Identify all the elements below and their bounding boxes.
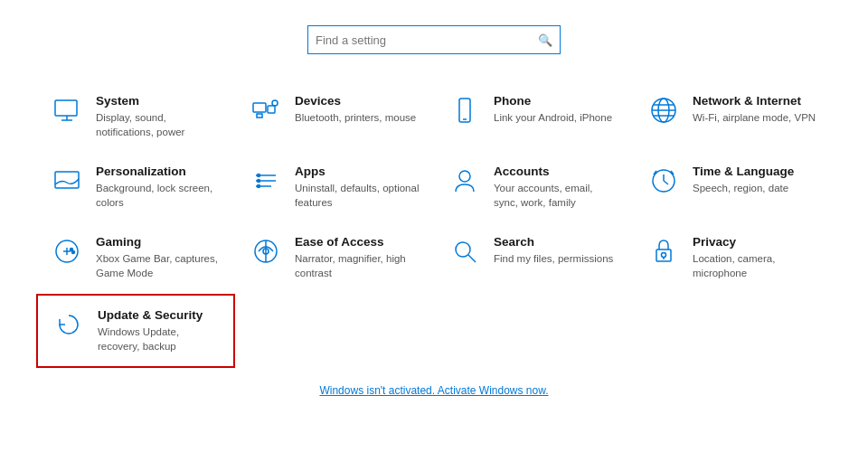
setting-title-ease: Ease of Access xyxy=(295,235,420,249)
setting-item-phone[interactable]: PhoneLink your Android, iPhone xyxy=(434,81,633,152)
svg-point-18 xyxy=(258,174,260,177)
setting-item-time[interactable]: Time & LanguageSpeech, region, date xyxy=(633,152,832,222)
svg-rect-6 xyxy=(257,114,262,118)
system-icon xyxy=(51,94,83,127)
update-icon xyxy=(52,308,85,341)
settings-grid: SystemDisplay, sound, notifications, pow… xyxy=(36,81,832,368)
setting-desc-privacy: Location, camera, microphone xyxy=(693,251,817,280)
time-icon xyxy=(647,165,680,197)
setting-item-devices[interactable]: DevicesBluetooth, printers, mouse xyxy=(235,81,434,152)
setting-desc-network: Wi-Fi, airplane mode, VPN xyxy=(693,110,816,125)
svg-line-36 xyxy=(468,255,476,262)
setting-desc-ease: Narrator, magnifier, high contrast xyxy=(295,251,420,280)
setting-item-search[interactable]: SearchFind my files, permissions xyxy=(434,222,633,293)
setting-title-personalization: Personalization xyxy=(96,165,221,178)
setting-desc-time: Speech, region, date xyxy=(693,181,794,195)
search-input[interactable] xyxy=(316,33,538,47)
search-icon: 🔍 xyxy=(538,33,552,47)
setting-title-system: System xyxy=(96,94,221,108)
apps-icon xyxy=(250,165,282,197)
activate-windows-link[interactable]: Windows isn't activated. Activate Window… xyxy=(319,384,548,397)
setting-item-privacy[interactable]: PrivacyLocation, camera, microphone xyxy=(633,222,832,293)
svg-rect-4 xyxy=(268,106,275,113)
setting-item-system[interactable]: SystemDisplay, sound, notifications, pow… xyxy=(36,81,235,152)
gaming-icon xyxy=(51,235,83,268)
setting-title-accounts: Accounts xyxy=(494,165,618,178)
setting-title-gaming: Gaming xyxy=(96,235,221,249)
setting-title-devices: Devices xyxy=(295,94,416,108)
setting-item-network[interactable]: Network & InternetWi-Fi, airplane mode, … xyxy=(633,81,832,152)
setting-item-update[interactable]: Update & SecurityWindows Update, recover… xyxy=(36,294,235,368)
svg-rect-7 xyxy=(459,99,470,122)
svg-point-38 xyxy=(662,253,666,258)
setting-title-time: Time & Language xyxy=(693,165,794,178)
ease-icon xyxy=(250,235,282,268)
devices-icon xyxy=(250,94,282,127)
setting-desc-apps: Uninstall, defaults, optional features xyxy=(295,181,420,210)
svg-point-31 xyxy=(72,251,75,254)
setting-item-apps[interactable]: AppsUninstall, defaults, optional featur… xyxy=(235,152,434,222)
phone-icon xyxy=(448,94,481,127)
setting-desc-update: Windows Update, recovery, backup xyxy=(98,325,219,353)
setting-title-apps: Apps xyxy=(295,165,420,178)
accounts-icon xyxy=(448,165,481,197)
svg-rect-0 xyxy=(55,100,77,116)
setting-desc-gaming: Xbox Game Bar, captures, Game Mode xyxy=(96,251,221,280)
svg-point-21 xyxy=(459,171,470,182)
privacy-icon xyxy=(647,235,680,268)
setting-item-accounts[interactable]: AccountsYour accounts, email, sync, work… xyxy=(434,152,633,222)
svg-point-35 xyxy=(456,242,470,257)
setting-item-gaming[interactable]: GamingXbox Game Bar, captures, Game Mode xyxy=(36,222,235,293)
network-icon xyxy=(647,94,680,127)
svg-line-24 xyxy=(664,181,668,184)
setting-desc-search: Find my files, permissions xyxy=(494,251,613,266)
svg-point-5 xyxy=(272,100,278,106)
setting-desc-accounts: Your accounts, email, sync, work, family xyxy=(494,181,618,210)
setting-title-network: Network & Internet xyxy=(693,94,816,108)
setting-item-ease[interactable]: Ease of AccessNarrator, magnifier, high … xyxy=(235,222,434,293)
search-bar-container: 🔍 xyxy=(307,25,561,54)
setting-title-search: Search xyxy=(494,235,613,249)
search-bar[interactable]: 🔍 xyxy=(307,25,561,54)
setting-title-phone: Phone xyxy=(494,94,612,108)
svg-rect-37 xyxy=(656,250,671,261)
svg-rect-14 xyxy=(55,172,79,188)
setting-title-update: Update & Security xyxy=(98,308,219,322)
svg-point-19 xyxy=(258,180,260,183)
svg-rect-3 xyxy=(253,103,266,112)
setting-desc-devices: Bluetooth, printers, mouse xyxy=(295,110,416,125)
personalization-icon xyxy=(51,165,83,197)
setting-desc-personalization: Background, lock screen, colors xyxy=(96,181,221,210)
svg-point-20 xyxy=(258,185,260,188)
setting-title-privacy: Privacy xyxy=(693,235,817,249)
setting-item-personalization[interactable]: PersonalizationBackground, lock screen, … xyxy=(36,152,235,222)
setting-desc-phone: Link your Android, iPhone xyxy=(494,110,612,125)
search-setting-icon xyxy=(448,235,481,268)
setting-desc-system: Display, sound, notifications, power xyxy=(96,110,221,139)
